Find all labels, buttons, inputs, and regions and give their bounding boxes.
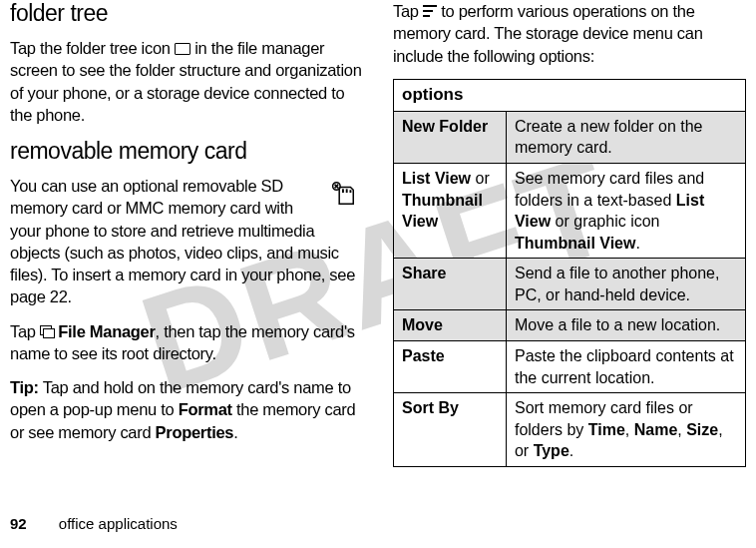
text: or xyxy=(471,170,490,187)
page-content: folder tree Tap the folder tree icon in … xyxy=(0,0,756,467)
tip-label: Tip: xyxy=(10,378,39,396)
para-tip: Tip: Tap and hold on the memory card's n… xyxy=(10,376,363,443)
option-desc: Create a new folder on the memory card. xyxy=(506,111,745,163)
properties-label: Properties xyxy=(156,423,234,441)
heading-removable-memory: removable memory card xyxy=(10,138,363,165)
para-folder-tree: Tap the folder tree icon in the file man… xyxy=(10,37,363,126)
option-label: Move xyxy=(394,310,507,341)
text: List View xyxy=(402,170,471,187)
table-row: List View or Thumbnail View See memory c… xyxy=(394,163,746,258)
table-row: Move Move a file to a new location. xyxy=(394,310,746,341)
text: . xyxy=(569,442,573,459)
text: Tap the folder tree icon xyxy=(10,39,175,57)
svg-rect-4 xyxy=(346,189,348,193)
option-desc: Send a file to another phone, PC, or han… xyxy=(506,259,745,310)
text: You can use an optional removable SD mem… xyxy=(10,177,355,305)
heading-folder-tree: folder tree xyxy=(10,0,363,27)
text: . xyxy=(635,235,639,252)
options-table: options New Folder Create a new folder o… xyxy=(393,79,746,467)
option-label: Paste xyxy=(394,341,507,393)
table-row: Sort By Sort memory card files or folder… xyxy=(394,393,746,467)
svg-rect-3 xyxy=(342,189,344,193)
text: Tap xyxy=(393,2,423,20)
option-desc: Sort memory card files or folders by Tim… xyxy=(506,393,745,467)
options-header: options xyxy=(394,79,746,111)
page-number: 92 xyxy=(10,515,27,532)
para-removable-memory: You can use an optional removable SD mem… xyxy=(10,175,363,308)
para-file-manager: Tap File Manager, then tap the memory ca… xyxy=(10,320,363,365)
menu-icon xyxy=(423,5,437,17)
text: Thumbnail View xyxy=(515,235,636,252)
text: Name xyxy=(634,421,678,438)
option-label: List View or Thumbnail View xyxy=(394,163,507,258)
text: to perform various operations on the mem… xyxy=(393,2,703,65)
app-icon xyxy=(40,325,54,337)
text: Thumbnail View xyxy=(402,192,483,231)
section-title: office applications xyxy=(59,515,178,532)
text: , xyxy=(677,421,686,438)
file-manager-label: File Manager xyxy=(58,322,155,340)
text: Size xyxy=(686,421,718,438)
option-label: Sort By xyxy=(394,393,507,467)
table-header-row: options xyxy=(394,79,746,111)
option-desc: See memory card files and folders in a t… xyxy=(506,163,745,258)
table-row: Paste Paste the clipboard contents at th… xyxy=(394,341,746,393)
page-footer: 92 office applications xyxy=(10,515,178,532)
option-label: New Folder xyxy=(394,111,507,163)
svg-rect-5 xyxy=(350,190,352,193)
sd-card-icon xyxy=(327,179,357,214)
text: or graphic icon xyxy=(551,213,659,230)
table-row: Share Send a file to another phone, PC, … xyxy=(394,259,746,310)
table-row: New Folder Create a new folder on the me… xyxy=(394,111,746,163)
right-column: Tap to perform various operations on the… xyxy=(393,0,746,467)
folder-icon xyxy=(175,39,190,57)
text: . xyxy=(233,423,237,441)
text: Time xyxy=(588,421,625,438)
para-menu-intro: Tap to perform various operations on the… xyxy=(393,0,746,67)
text: Tap xyxy=(10,322,40,340)
format-label: Format xyxy=(179,400,232,418)
left-column: folder tree Tap the folder tree icon in … xyxy=(10,0,363,467)
option-label: Share xyxy=(394,259,507,310)
option-desc: Move a file to a new location. xyxy=(506,310,745,341)
text: Type xyxy=(534,442,569,459)
text: , xyxy=(625,421,634,438)
option-desc: Paste the clipboard contents at the curr… xyxy=(506,341,745,393)
